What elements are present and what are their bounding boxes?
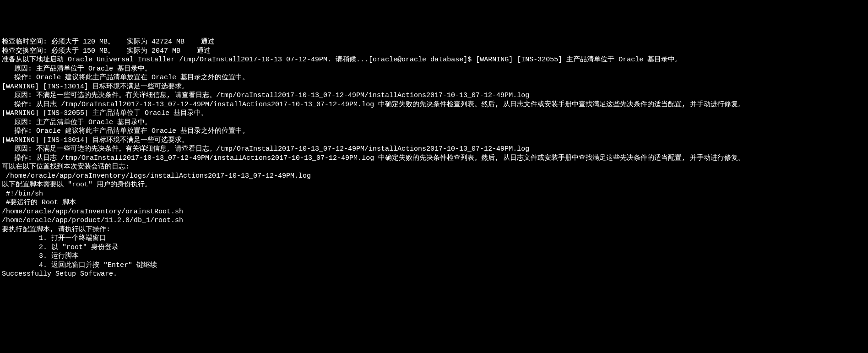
terminal-line: [WARNING] [INS-32055] 主产品清单位于 Oracle 基目录…: [2, 109, 866, 118]
terminal-line: 检查交换空间: 必须大于 150 MB。 实际为 2047 MB 通过: [2, 47, 866, 56]
terminal-line: 准备从以下地址启动 Oracle Universal Installer /tm…: [2, 55, 866, 65]
terminal-line: 4. 返回此窗口并按 "Enter" 键继续: [2, 261, 866, 270]
terminal-line: 操作: 从日志 /tmp/OraInstall2017-10-13_07-12-…: [2, 100, 866, 109]
terminal-line: 要执行配置脚本, 请执行以下操作:: [2, 225, 866, 234]
terminal-line: 1. 打开一个终端窗口: [2, 234, 866, 243]
terminal-line: 操作: 从日志 /tmp/OraInstall2017-10-13_07-12-…: [2, 154, 866, 163]
terminal-line: [WARNING] [INS-13014] 目标环境不满足一些可选要求。: [2, 136, 866, 145]
terminal-line: [WARNING] [INS-13014] 目标环境不满足一些可选要求。: [2, 82, 866, 92]
terminal-line: /home/oracle/app/oraInventory/orainstRoo…: [2, 207, 866, 217]
terminal-line: 2. 以 "root" 身份登录: [2, 243, 866, 252]
terminal-line: 可以在以下位置找到本次安装会话的日志:: [2, 163, 866, 172]
terminal-line: 以下配置脚本需要以 "root" 用户的身份执行。: [2, 180, 866, 190]
terminal-line: 3. 运行脚本: [2, 252, 866, 261]
terminal-line: 检查临时空间: 必须大于 120 MB。 实际为 42724 MB 通过: [2, 38, 866, 47]
terminal-line: #!/bin/sh: [2, 190, 866, 199]
terminal-line: 原因: 不满足一些可选的先决条件。有关详细信息, 请查看日志。/tmp/OraI…: [2, 145, 866, 154]
terminal-output: 检查临时空间: 必须大于 120 MB。 实际为 42724 MB 通过检查交换…: [2, 38, 866, 279]
terminal-line: /home/oracle/app/oraInventory/logs/insta…: [2, 172, 866, 181]
terminal-line: 操作: Oracle 建议将此主产品清单放置在 Oracle 基目录之外的位置中…: [2, 73, 866, 82]
terminal-line: 原因: 主产品清单位于 Oracle 基目录中。: [2, 65, 866, 74]
terminal-line: Successfully Setup Software.: [2, 270, 866, 279]
terminal-line: 原因: 不满足一些可选的先决条件。有关详细信息, 请查看日志。/tmp/OraI…: [2, 91, 866, 100]
terminal-line: 原因: 主产品清单位于 Oracle 基目录中。: [2, 118, 866, 127]
terminal-line: #要运行的 Root 脚本: [2, 198, 866, 207]
terminal-line: /home/oracle/app/product/11.2.0/db_1/roo…: [2, 216, 866, 225]
terminal-line: 操作: Oracle 建议将此主产品清单放置在 Oracle 基目录之外的位置中…: [2, 127, 866, 136]
